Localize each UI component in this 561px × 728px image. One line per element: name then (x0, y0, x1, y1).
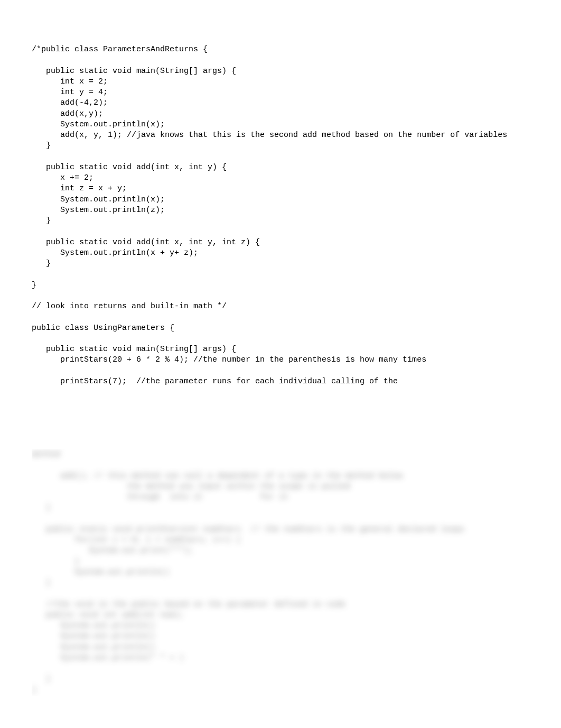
code-block-blurred: method add(); // this method can call a … (32, 449, 487, 696)
blurred-code-region: method add(); // this method can call a … (32, 449, 487, 696)
code-block-visible: /*public class ParametersAndReturns { pu… (32, 44, 529, 387)
